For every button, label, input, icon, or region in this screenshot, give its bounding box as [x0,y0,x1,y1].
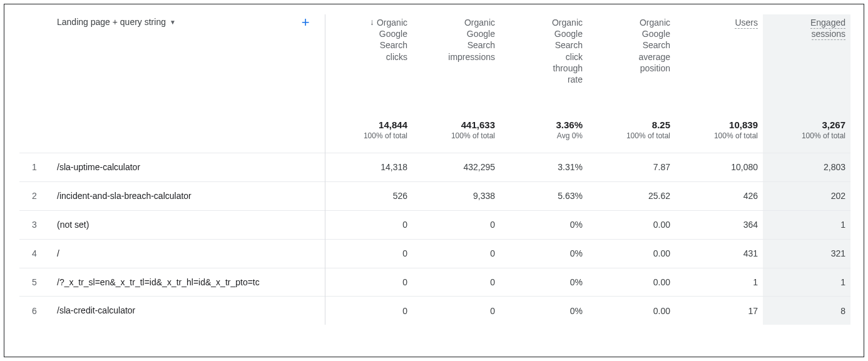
row-metric: 202 [763,181,850,210]
row-metric: 0 [412,210,500,239]
column-label: Engagedsessions [810,17,845,39]
row-metric: 364 [675,210,763,239]
row-metric: 0 [325,239,412,268]
total-cell: 3,267100% of total [763,114,850,153]
row-metric: 0% [500,210,588,239]
row-index: 6 [19,297,49,325]
row-metric: 0 [412,297,500,325]
table-row[interactable]: 4/000%0.00431321 [19,239,850,268]
row-dimension[interactable]: /sla-uptime-calculator [49,153,325,182]
column-header[interactable]: Engagedsessions [763,14,850,114]
row-metric: 1 [763,210,850,239]
row-dimension[interactable]: /?_x_tr_sl=en&_x_tr_tl=id&_x_tr_hl=id&_x… [49,268,325,297]
row-dimension[interactable]: / [49,239,325,268]
total-cell: 441,633100% of total [412,114,500,153]
row-metric: 0.00 [588,210,675,239]
dimension-header: Landing page + query string ▼ + [49,14,325,114]
table-row[interactable]: 2/incident-and-sla-breach-calculator5269… [19,181,850,210]
column-label: OrganicGoogleSearchclickthroughrate [552,17,583,85]
row-dimension[interactable]: (not set) [49,210,325,239]
sort-arrow-icon: ↓ [370,17,374,27]
column-header[interactable]: OrganicGoogleSearchclickthroughrate [500,14,588,114]
dimension-label: Landing page + query string [57,17,166,27]
row-metric: 0% [500,268,588,297]
column-label: OrganicGoogleSearchclicks [377,17,407,63]
table-row[interactable]: 6/sla-credit-calculator000%0.00178 [19,297,850,325]
column-header[interactable]: OrganicGoogleSearchaverageposition [588,14,675,114]
total-value: 10,839 [680,119,758,130]
row-metric: 3.31% [500,153,588,182]
row-metric: 10,080 [675,153,763,182]
row-metric: 0.00 [588,268,675,297]
total-cell: 10,839100% of total [675,114,763,153]
total-subtext: 100% of total [417,131,495,140]
row-metric: 426 [675,181,763,210]
total-subtext: 100% of total [680,131,758,140]
row-metric: 0% [500,239,588,268]
total-value: 3,267 [768,119,845,130]
row-metric: 25.62 [588,181,675,210]
total-value: 3.36% [505,119,583,130]
row-metric: 0.00 [588,297,675,325]
table-row[interactable]: 3(not set)000%0.003641 [19,210,850,239]
column-label: Users [735,17,758,28]
row-metric: 0% [500,297,588,325]
row-metric: 0 [325,297,412,325]
total-value: 14,844 [330,119,408,130]
column-label: OrganicGoogleSearchaverageposition [638,17,670,74]
row-metric: 321 [763,239,850,268]
row-metric: 0 [325,210,412,239]
row-metric: 17 [675,297,763,325]
table-row[interactable]: 5/?_x_tr_sl=en&_x_tr_tl=id&_x_tr_hl=id&_… [19,268,850,297]
total-subtext: Avg 0% [505,131,583,140]
row-dimension[interactable]: /incident-and-sla-breach-calculator [49,181,325,210]
row-index: 3 [19,210,49,239]
total-value: 441,633 [417,119,495,130]
total-subtext: 100% of total [768,131,845,140]
row-index: 5 [19,268,49,297]
data-table: Landing page + query string ▼ + ↓ Organi… [19,14,850,325]
row-metric: 9,338 [412,181,500,210]
row-metric: 431 [675,239,763,268]
row-metric: 0.00 [588,239,675,268]
report-card: Landing page + query string ▼ + ↓ Organi… [4,4,864,357]
total-subtext: 100% of total [593,131,670,140]
row-metric: 5.63% [500,181,588,210]
total-subtext: 100% of total [330,131,408,140]
total-cell: 14,844100% of total [325,114,412,153]
table-row[interactable]: 1/sla-uptime-calculator14,318432,2953.31… [19,153,850,182]
row-metric: 2,803 [763,153,850,182]
row-metric: 7.87 [588,153,675,182]
row-metric: 0 [325,268,412,297]
total-cell: 8.25100% of total [588,114,675,153]
row-metric: 14,318 [325,153,412,182]
row-metric: 1 [763,268,850,297]
add-dimension-button[interactable]: + [302,16,310,29]
row-metric: 8 [763,297,850,325]
column-header[interactable]: Users [675,14,763,114]
total-cell: 3.36%Avg 0% [500,114,588,153]
chevron-down-icon: ▼ [170,19,176,26]
row-metric: 432,295 [412,153,500,182]
column-header[interactable]: OrganicGoogleSearchimpressions [412,14,500,114]
row-index: 2 [19,181,49,210]
column-header[interactable]: ↓ OrganicGoogleSearchclicks [325,14,412,114]
column-label: OrganicGoogleSearchimpressions [448,17,495,63]
row-index: 1 [19,153,49,182]
row-dimension[interactable]: /sla-credit-calculator [49,297,325,325]
blank-header [19,14,49,114]
total-value: 8.25 [593,119,670,130]
row-index: 4 [19,239,49,268]
row-metric: 0 [412,239,500,268]
dimension-picker[interactable]: Landing page + query string ▼ [57,17,176,27]
row-metric: 1 [675,268,763,297]
row-metric: 526 [325,181,412,210]
row-metric: 0 [412,268,500,297]
